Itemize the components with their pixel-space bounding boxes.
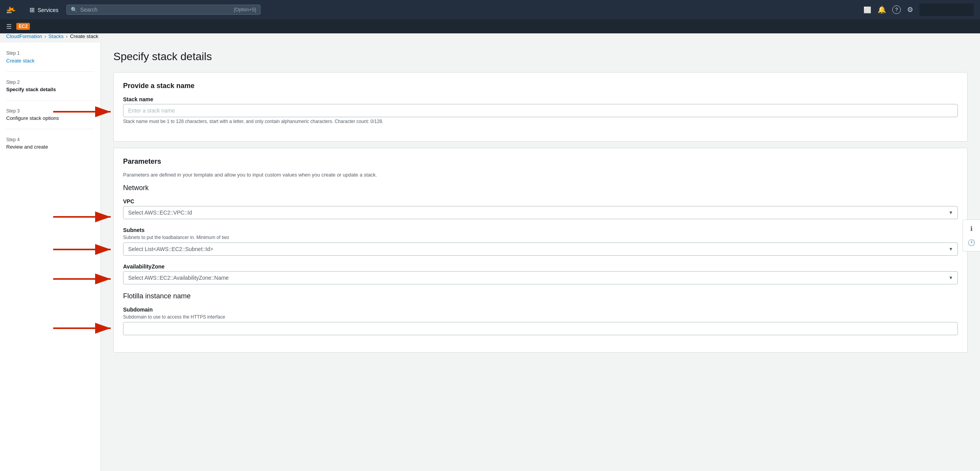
- vpc-select[interactable]: Select AWS::EC2::VPC::Id: [123, 206, 958, 219]
- search-bar[interactable]: 🔍 [Option+S]: [66, 5, 261, 15]
- help-icon[interactable]: ?: [892, 5, 901, 14]
- grid-icon: ⊞: [30, 7, 35, 13]
- subnets-hint: Subnets to put the loadbalancer in. Mini…: [123, 235, 958, 240]
- stack-name-hint: Stack name must be 1 to 128 characters, …: [123, 119, 958, 124]
- breadcrumb: CloudFormation › Stacks › Create stack: [6, 33, 98, 39]
- search-icon: 🔍: [71, 7, 77, 13]
- sidebar-step-2: Step 2 Specify stack details: [6, 80, 94, 100]
- subnets-select[interactable]: Select List<AWS::EC2::Subnet::Id>: [123, 242, 958, 256]
- breadcrumb-sep-1: ›: [45, 33, 46, 39]
- stack-name-label: Stack name: [123, 96, 958, 102]
- az-group: AvailabilityZone Select AWS::EC2::Availa…: [123, 263, 958, 284]
- subdomain-group: Subdomain Subdomain to use to access the…: [123, 306, 958, 335]
- breadcrumb-current: Create stack: [70, 33, 98, 39]
- ec2-badge: EC2: [16, 23, 30, 30]
- page-title: Specify stack details: [113, 50, 968, 63]
- breadcrumb-stacks[interactable]: Stacks: [49, 33, 64, 39]
- search-shortcut: [Option+S]: [234, 7, 256, 12]
- arrow-subdomain: [53, 321, 115, 335]
- sidebar-step-2-label: Specify stack details: [6, 87, 94, 92]
- top-navbar: aws ⊞ Services 🔍 [Option+S] ⬜ 🔔 ? ⚙: [0, 0, 980, 19]
- az-select[interactable]: Select AWS::EC2::AvailabilityZone::Name: [123, 271, 958, 284]
- aws-logo: aws: [6, 5, 22, 14]
- services-menu[interactable]: ⊞ Services: [26, 5, 62, 15]
- nav-right-actions: ⬜ 🔔 ? ⚙: [864, 3, 974, 16]
- arrow-vpc: [53, 210, 115, 224]
- secondary-navbar: ☰ EC2: [0, 19, 980, 33]
- stack-name-card-title: Provide a stack name: [123, 82, 958, 90]
- stack-name-card: Provide a stack name Stack name Stack na…: [113, 72, 968, 142]
- subnets-group: Subnets Subnets to put the loadbalancer …: [123, 227, 958, 256]
- step-1-number: Step 1: [6, 50, 94, 56]
- network-section-title: Network: [123, 184, 958, 192]
- arrow-stack-name: [53, 105, 115, 119]
- right-clock-icon[interactable]: 🕐: [966, 237, 977, 248]
- service-breadcrumb: EC2: [16, 23, 30, 30]
- az-select-wrapper: Select AWS::EC2::AvailabilityZone::Name …: [123, 271, 958, 284]
- breadcrumb-sep-2: ›: [66, 33, 68, 39]
- stack-name-group: Stack name Stack name must be 1 to 128 c…: [123, 96, 958, 124]
- account-menu[interactable]: [919, 3, 974, 16]
- subnets-label: Subnets: [123, 227, 958, 233]
- search-input[interactable]: [80, 7, 231, 13]
- step-4-number: Step 4: [6, 137, 94, 142]
- right-panel-icons: ℹ 🕐: [963, 220, 980, 251]
- flotilla-section-title: Flotilla instance name: [123, 292, 958, 300]
- subdomain-label: Subdomain: [123, 306, 958, 313]
- breadcrumb-cloudformation[interactable]: CloudFormation: [6, 33, 42, 39]
- step-2-number: Step 2: [6, 80, 94, 85]
- svg-text:aws: aws: [7, 11, 12, 14]
- sidebar-step-1-label[interactable]: Create stack: [6, 58, 35, 64]
- settings-icon[interactable]: ⚙: [907, 5, 913, 14]
- arrow-az: [53, 272, 115, 286]
- subnets-select-wrapper: Select List<AWS::EC2::Subnet::Id> ▼: [123, 242, 958, 256]
- sidebar-step-1: Step 1 Create stack: [6, 50, 94, 72]
- vpc-group: VPC Select AWS::EC2::VPC::Id ▼: [123, 198, 958, 219]
- notification-icon[interactable]: ⬜: [864, 6, 871, 14]
- subdomain-input[interactable]: flotilla: [123, 322, 958, 335]
- parameters-card: Parameters Parameters are defined in you…: [113, 148, 968, 353]
- content-area: Specify stack details Provide a stack na…: [101, 43, 980, 471]
- subdomain-hint: Subdomain to use to access the HTTPS int…: [123, 314, 958, 320]
- bell-icon[interactable]: 🔔: [877, 5, 886, 14]
- parameters-card-title: Parameters: [123, 158, 958, 166]
- hamburger-icon[interactable]: ☰: [6, 23, 12, 30]
- arrow-subnets: [53, 242, 115, 256]
- main-container: Step 1 Create stack Step 2 Specify stack…: [0, 43, 980, 471]
- sidebar-step-4: Step 4 Review and create: [6, 137, 94, 158]
- vpc-select-wrapper: Select AWS::EC2::VPC::Id ▼: [123, 206, 958, 219]
- az-label: AvailabilityZone: [123, 263, 958, 270]
- stack-name-input[interactable]: [123, 104, 958, 117]
- parameters-card-desc: Parameters are defined in your template …: [123, 172, 958, 178]
- sidebar-step-4-label: Review and create: [6, 144, 94, 150]
- right-info-icon[interactable]: ℹ: [966, 223, 977, 234]
- vpc-label: VPC: [123, 198, 958, 204]
